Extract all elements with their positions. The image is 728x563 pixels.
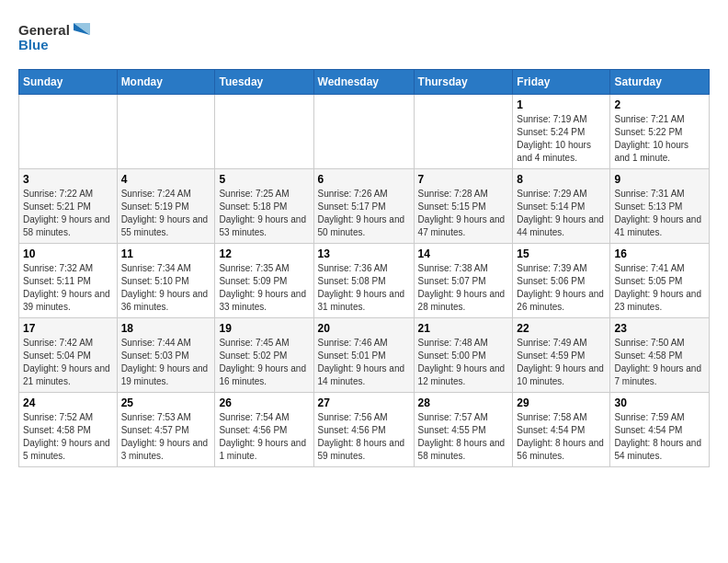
calendar-cell [414,95,513,169]
calendar-cell: 13Sunrise: 7:36 AM Sunset: 5:08 PM Dayli… [313,244,414,318]
day-info: Sunrise: 7:49 AM Sunset: 4:59 PM Dayligh… [517,337,606,388]
calendar-cell: 16Sunrise: 7:41 AM Sunset: 5:05 PM Dayli… [610,244,710,318]
day-number: 8 [517,173,606,186]
calendar-cell: 20Sunrise: 7:46 AM Sunset: 5:01 PM Dayli… [313,318,414,393]
day-number: 10 [23,247,113,260]
calendar-cell: 28Sunrise: 7:57 AM Sunset: 4:55 PM Dayli… [414,393,513,467]
day-header-friday: Friday [513,70,610,95]
day-number: 11 [121,247,211,260]
day-info: Sunrise: 7:22 AM Sunset: 5:21 PM Dayligh… [23,188,113,239]
day-info: Sunrise: 7:29 AM Sunset: 5:14 PM Dayligh… [517,188,606,239]
day-info: Sunrise: 7:54 AM Sunset: 4:56 PM Dayligh… [219,411,309,463]
calendar-cell: 25Sunrise: 7:53 AM Sunset: 4:57 PM Dayli… [117,393,215,467]
calendar-cell: 7Sunrise: 7:28 AM Sunset: 5:15 PM Daylig… [414,169,513,244]
day-header-tuesday: Tuesday [215,70,313,95]
calendar-cell: 27Sunrise: 7:56 AM Sunset: 4:56 PM Dayli… [313,393,414,467]
day-info: Sunrise: 7:21 AM Sunset: 5:22 PM Dayligh… [614,113,705,165]
calendar-cell: 22Sunrise: 7:49 AM Sunset: 4:59 PM Dayli… [513,318,610,393]
calendar-cell: 1Sunrise: 7:19 AM Sunset: 5:24 PM Daylig… [513,95,610,169]
day-info: Sunrise: 7:44 AM Sunset: 5:03 PM Dayligh… [121,337,211,388]
calendar-cell: 21Sunrise: 7:48 AM Sunset: 5:00 PM Dayli… [414,318,513,393]
day-info: Sunrise: 7:39 AM Sunset: 5:06 PM Dayligh… [517,262,606,314]
calendar-cell: 29Sunrise: 7:58 AM Sunset: 4:54 PM Dayli… [513,393,610,467]
day-number: 15 [517,247,606,260]
day-info: Sunrise: 7:26 AM Sunset: 5:17 PM Dayligh… [318,188,410,239]
calendar-cell: 23Sunrise: 7:50 AM Sunset: 4:58 PM Dayli… [610,318,710,393]
day-number: 30 [614,396,705,409]
calendar-cell [313,95,414,169]
day-number: 21 [418,322,509,335]
day-info: Sunrise: 7:53 AM Sunset: 4:57 PM Dayligh… [121,411,211,463]
day-number: 2 [614,98,705,111]
day-info: Sunrise: 7:48 AM Sunset: 5:00 PM Dayligh… [418,337,509,388]
calendar-week-5: 24Sunrise: 7:52 AM Sunset: 4:58 PM Dayli… [19,393,710,467]
calendar-cell: 9Sunrise: 7:31 AM Sunset: 5:13 PM Daylig… [610,169,710,244]
calendar-week-3: 10Sunrise: 7:32 AM Sunset: 5:11 PM Dayli… [19,244,710,318]
calendar-cell: 15Sunrise: 7:39 AM Sunset: 5:06 PM Dayli… [513,244,610,318]
calendar-cell: 17Sunrise: 7:42 AM Sunset: 5:04 PM Dayli… [19,318,118,393]
calendar-cell: 8Sunrise: 7:29 AM Sunset: 5:14 PM Daylig… [513,169,610,244]
calendar-cell [117,95,215,169]
calendar-cell: 18Sunrise: 7:44 AM Sunset: 5:03 PM Dayli… [117,318,215,393]
day-number: 27 [318,396,410,409]
calendar-cell: 12Sunrise: 7:35 AM Sunset: 5:09 PM Dayli… [215,244,313,318]
calendar-cell: 2Sunrise: 7:21 AM Sunset: 5:22 PM Daylig… [610,95,710,169]
day-number: 16 [614,247,705,260]
page-header: GeneralBlue [18,18,710,60]
day-info: Sunrise: 7:38 AM Sunset: 5:07 PM Dayligh… [418,262,509,314]
day-number: 22 [517,322,606,335]
day-info: Sunrise: 7:50 AM Sunset: 4:58 PM Dayligh… [614,337,705,388]
day-info: Sunrise: 7:42 AM Sunset: 5:04 PM Dayligh… [23,337,113,388]
day-number: 6 [318,173,410,186]
day-info: Sunrise: 7:58 AM Sunset: 4:54 PM Dayligh… [517,411,606,463]
calendar-table: SundayMondayTuesdayWednesdayThursdayFrid… [18,69,710,467]
day-info: Sunrise: 7:52 AM Sunset: 4:58 PM Dayligh… [23,411,113,463]
logo-svg: GeneralBlue [18,18,92,60]
day-number: 19 [219,322,309,335]
day-info: Sunrise: 7:45 AM Sunset: 5:02 PM Dayligh… [219,337,309,388]
day-info: Sunrise: 7:36 AM Sunset: 5:08 PM Dayligh… [318,262,410,314]
day-number: 23 [614,322,705,335]
calendar-cell: 6Sunrise: 7:26 AM Sunset: 5:17 PM Daylig… [313,169,414,244]
day-info: Sunrise: 7:56 AM Sunset: 4:56 PM Dayligh… [318,411,410,463]
day-info: Sunrise: 7:31 AM Sunset: 5:13 PM Dayligh… [614,188,705,239]
day-header-saturday: Saturday [610,70,710,95]
calendar-cell: 26Sunrise: 7:54 AM Sunset: 4:56 PM Dayli… [215,393,313,467]
calendar-cell: 30Sunrise: 7:59 AM Sunset: 4:54 PM Dayli… [610,393,710,467]
day-number: 4 [121,173,211,186]
calendar-cell: 4Sunrise: 7:24 AM Sunset: 5:19 PM Daylig… [117,169,215,244]
calendar-cell: 24Sunrise: 7:52 AM Sunset: 4:58 PM Dayli… [19,393,118,467]
calendar-header-row: SundayMondayTuesdayWednesdayThursdayFrid… [19,70,710,95]
calendar-week-4: 17Sunrise: 7:42 AM Sunset: 5:04 PM Dayli… [19,318,710,393]
day-header-wednesday: Wednesday [313,70,414,95]
svg-text:General: General [18,22,70,38]
day-number: 5 [219,173,309,186]
day-info: Sunrise: 7:46 AM Sunset: 5:01 PM Dayligh… [318,337,410,388]
day-number: 3 [23,173,113,186]
day-number: 20 [318,322,410,335]
calendar-cell [19,95,118,169]
calendar-cell: 11Sunrise: 7:34 AM Sunset: 5:10 PM Dayli… [117,244,215,318]
calendar-cell: 10Sunrise: 7:32 AM Sunset: 5:11 PM Dayli… [19,244,118,318]
day-number: 9 [614,173,705,186]
day-number: 18 [121,322,211,335]
day-info: Sunrise: 7:24 AM Sunset: 5:19 PM Dayligh… [121,188,211,239]
day-number: 14 [418,247,509,260]
day-number: 1 [517,98,606,111]
day-info: Sunrise: 7:35 AM Sunset: 5:09 PM Dayligh… [219,262,309,314]
day-info: Sunrise: 7:57 AM Sunset: 4:55 PM Dayligh… [418,411,509,463]
day-header-monday: Monday [117,70,215,95]
day-info: Sunrise: 7:28 AM Sunset: 5:15 PM Dayligh… [418,188,509,239]
calendar-cell: 19Sunrise: 7:45 AM Sunset: 5:02 PM Dayli… [215,318,313,393]
calendar-week-1: 1Sunrise: 7:19 AM Sunset: 5:24 PM Daylig… [19,95,710,169]
day-info: Sunrise: 7:32 AM Sunset: 5:11 PM Dayligh… [23,262,113,314]
day-number: 17 [23,322,113,335]
day-info: Sunrise: 7:59 AM Sunset: 4:54 PM Dayligh… [614,411,705,463]
calendar-cell: 3Sunrise: 7:22 AM Sunset: 5:21 PM Daylig… [19,169,118,244]
day-info: Sunrise: 7:41 AM Sunset: 5:05 PM Dayligh… [614,262,705,314]
day-number: 29 [517,396,606,409]
day-header-thursday: Thursday [414,70,513,95]
day-info: Sunrise: 7:19 AM Sunset: 5:24 PM Dayligh… [517,113,606,165]
calendar-cell [215,95,313,169]
calendar-cell: 14Sunrise: 7:38 AM Sunset: 5:07 PM Dayli… [414,244,513,318]
